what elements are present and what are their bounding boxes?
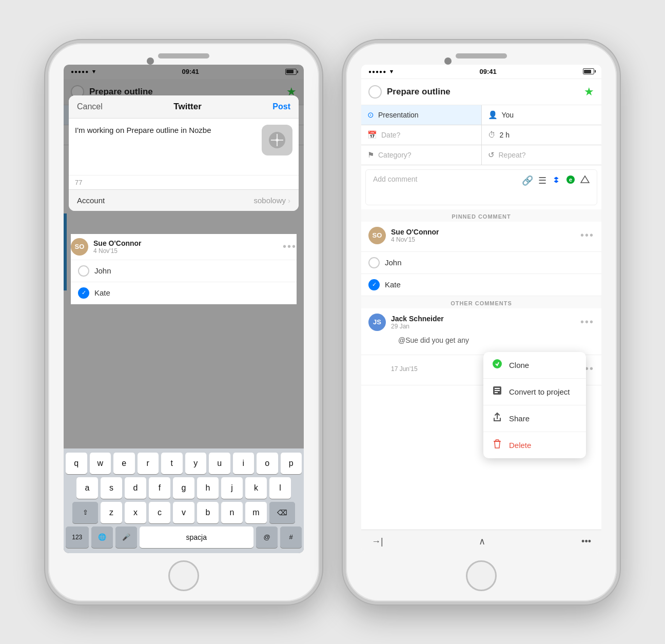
dropbox-icon[interactable] [552, 175, 561, 187]
svg-point-3 [276, 139, 279, 142]
sue-comment-meta: Sue O'Connor 4 Nov'15 [391, 228, 439, 243]
right-project-cell[interactable]: ⊙ Presentation [361, 105, 481, 125]
right-repeat-icon: ↺ [488, 150, 495, 160]
twitter-cancel-button[interactable]: Cancel [77, 102, 103, 111]
comment-placeholder[interactable]: Add comment [373, 175, 518, 183]
key-r[interactable]: r [138, 453, 159, 474]
right-assignee-label: You [502, 111, 514, 119]
pinned-section-label: PINNED COMMENT [361, 209, 601, 222]
key-backspace[interactable]: ⌫ [269, 502, 295, 523]
key-l[interactable]: l [269, 477, 291, 499]
key-shift[interactable]: ⇧ [72, 502, 98, 523]
chevron-icon: › [288, 196, 290, 205]
key-u[interactable]: u [209, 453, 230, 474]
key-m[interactable]: m [245, 502, 267, 523]
key-mic[interactable]: 🎤 [115, 526, 137, 548]
right-john-checkbox[interactable] [368, 257, 380, 268]
key-k[interactable]: k [245, 477, 267, 499]
attachment-icon[interactable]: 🔗 [522, 175, 533, 186]
twitter-overlay: Cancel Twitter Post I'm working on Prepa… [64, 65, 304, 553]
right-duration-cell[interactable]: ⏱ 2 h [482, 125, 602, 145]
twitter-post-button[interactable]: Post [272, 102, 290, 111]
right-star-icon[interactable]: ★ [584, 85, 594, 99]
keyboard-row-3: ⇧ z x c v b n m ⌫ [66, 502, 302, 523]
delete-label: Delete [509, 441, 531, 450]
key-at[interactable]: @ [256, 526, 278, 548]
key-a[interactable]: a [76, 477, 98, 499]
sue-comment-dots[interactable]: ••• [580, 229, 594, 241]
key-z[interactable]: z [101, 502, 122, 523]
front-camera-right [444, 57, 452, 65]
right-signal-icon: ●●●●● [368, 69, 386, 74]
home-button[interactable] [168, 560, 199, 591]
key-g[interactable]: g [173, 477, 194, 499]
right-flag-icon: ⚑ [367, 150, 374, 160]
context-menu: Clone Convert to project [483, 352, 586, 458]
comment-menu-dots[interactable]: ••• [283, 241, 297, 252]
key-numbers[interactable]: 123 [66, 526, 89, 548]
key-e[interactable]: e [113, 453, 135, 474]
right-duration-label: 2 h [500, 131, 510, 139]
keyboard-row-2: a s d f g h j k l [66, 477, 302, 499]
key-d[interactable]: d [125, 477, 146, 499]
right-checklist-john: John [361, 252, 601, 274]
evernote-icon[interactable]: e [566, 175, 575, 187]
right-clock-icon: ⏱ [488, 130, 496, 139]
key-y[interactable]: y [185, 453, 207, 474]
right-project-icon: ⊙ [367, 110, 374, 120]
comment-tools: 🔗 ☰ e [522, 175, 590, 187]
key-i[interactable]: i [233, 453, 255, 474]
twitter-account-row[interactable]: Account sobolowy › [69, 189, 299, 211]
left-phone-screen: ●●●●● ▾ 09:41 Prepare outline ★ [64, 65, 304, 553]
key-x[interactable]: x [125, 502, 146, 523]
right-repeat-cell[interactable]: ↺ Repeat? [482, 145, 602, 165]
chevron-up-icon[interactable]: ∧ [479, 536, 485, 547]
twitter-text-input[interactable]: I'm working on Prepare outline in Nozbe [75, 125, 257, 169]
key-b[interactable]: b [197, 502, 219, 523]
right-category-cell[interactable]: ⚑ Category? [361, 145, 481, 165]
key-h[interactable]: h [197, 477, 219, 499]
right-date-cell[interactable]: 📅 Date? [361, 125, 481, 145]
jack-comment: JS Jack Schneider 29 Jan ••• @Sue did yo… [361, 308, 601, 355]
clone-menu-item[interactable]: Clone [483, 352, 586, 379]
safari-icon [262, 125, 292, 155]
share-menu-item[interactable]: Share [483, 405, 586, 432]
twitter-title: Twitter [173, 102, 201, 112]
key-p[interactable]: p [281, 453, 302, 474]
john-checkbox[interactable] [78, 265, 89, 277]
key-space[interactable]: spacja [140, 526, 254, 548]
key-w[interactable]: w [90, 453, 111, 474]
jack-comment-header: JS Jack Schneider 29 Jan ••• [368, 314, 594, 331]
list-icon[interactable]: ☰ [538, 175, 546, 186]
drive-icon[interactable] [580, 175, 590, 187]
key-o[interactable]: o [257, 453, 278, 474]
keyboard-row-1: q w e r t y u i o p [66, 453, 302, 474]
key-c[interactable]: c [149, 502, 170, 523]
more-options-icon[interactable]: ••• [581, 536, 591, 547]
right-john-label: John [385, 258, 402, 267]
key-n[interactable]: n [221, 502, 243, 523]
right-person-icon: 👤 [488, 110, 498, 120]
indent-icon[interactable]: →| [371, 536, 383, 547]
svg-rect-9 [495, 388, 500, 389]
key-s[interactable]: s [101, 477, 122, 499]
key-q[interactable]: q [66, 453, 87, 474]
convert-icon [492, 385, 503, 398]
right-task-circle[interactable] [368, 85, 382, 99]
kate-checkbox[interactable]: ✓ [78, 287, 89, 299]
jack-comment-dots[interactable]: ••• [580, 316, 594, 328]
right-home-button[interactable] [466, 560, 497, 591]
key-t[interactable]: t [161, 453, 183, 474]
svg-marker-6 [581, 176, 589, 183]
right-assignee-cell[interactable]: 👤 You [482, 105, 602, 125]
key-globe[interactable]: 🌐 [91, 526, 113, 548]
convert-menu-item[interactable]: Convert to project [483, 379, 586, 405]
delete-menu-item[interactable]: Delete [483, 432, 586, 458]
key-v[interactable]: v [173, 502, 194, 523]
key-f[interactable]: f [149, 477, 170, 499]
front-camera [147, 57, 154, 65]
key-j[interactable]: j [221, 477, 243, 499]
sue-date: 4 Nov'15 [391, 236, 439, 243]
key-hash[interactable]: # [280, 526, 302, 548]
right-kate-checkbox[interactable]: ✓ [368, 279, 380, 290]
